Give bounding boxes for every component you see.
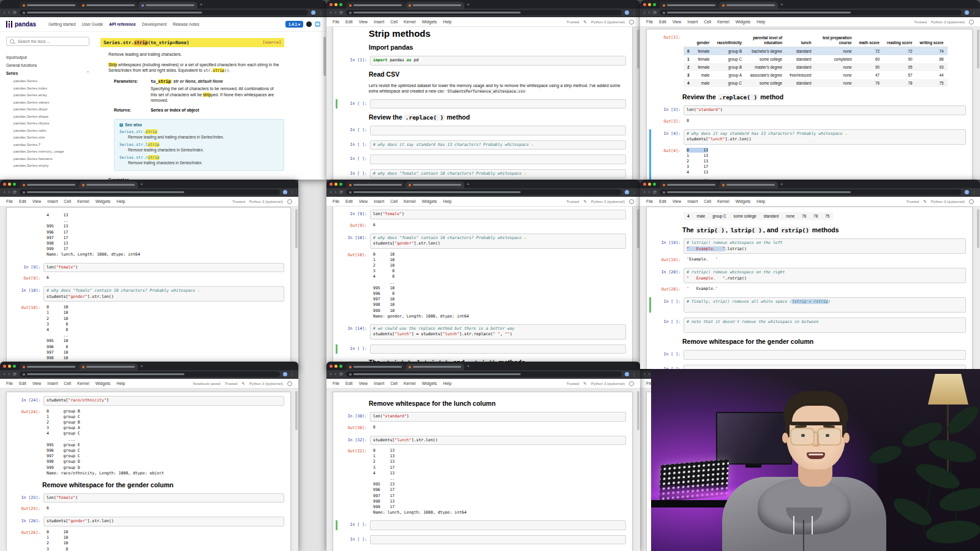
profile-avatar[interactable]	[625, 372, 629, 376]
code-input[interactable]: # why does it say standard has 13 charac…	[370, 140, 626, 150]
reload-button[interactable]: ⟳	[339, 9, 343, 17]
scrollbar[interactable]	[323, 37, 326, 76]
menu-help[interactable]: Help	[116, 199, 125, 203]
code-input[interactable]	[370, 99, 626, 109]
forward-button[interactable]: ›	[649, 188, 650, 196]
back-button[interactable]: ‹	[4, 370, 6, 378]
browser-tab[interactable]	[20, 2, 78, 9]
address-bar[interactable]	[660, 10, 962, 15]
browser-tab-active[interactable]	[719, 2, 778, 9]
menu-cell[interactable]: Cell	[704, 199, 711, 203]
browser-menu-icon[interactable]: ⋮	[972, 10, 976, 15]
menu-widgets[interactable]: Widgets	[96, 381, 111, 386]
menu-view[interactable]: View	[32, 199, 42, 203]
forward-button[interactable]: ›	[335, 9, 337, 17]
scrollbar[interactable]	[637, 29, 639, 69]
new-tab-button[interactable]: +	[200, 1, 203, 8]
code-input[interactable]: # why does "female" contain 10 character…	[370, 169, 626, 179]
code-input[interactable]: # lstrip() remove whitespace on the left…	[684, 238, 966, 254]
browser-tab-active[interactable]	[405, 363, 464, 370]
browser-menu-icon[interactable]: ⋮	[972, 190, 976, 194]
close-button[interactable]	[643, 3, 646, 6]
docs-search[interactable]	[6, 37, 89, 46]
menu-file[interactable]: File	[333, 199, 339, 203]
forward-button[interactable]: ›	[649, 370, 650, 378]
menu-cell[interactable]: Cell	[64, 199, 71, 203]
code-input[interactable]: students["lunch"].str.len()	[370, 436, 626, 446]
code-input[interactable]: # why does "female" contain 10 character…	[370, 234, 626, 249]
code-input[interactable]	[370, 126, 626, 135]
menu-widgets[interactable]: Widgets	[422, 381, 437, 386]
notebook-cell[interactable]: Review the .replace( ) method	[649, 93, 967, 101]
sidebar-item[interactable]: General functions	[6, 61, 89, 69]
address-bar[interactable]	[20, 189, 280, 195]
nav-getting-started[interactable]: Getting started	[48, 22, 76, 26]
browser-menu-icon[interactable]: ⋮	[632, 190, 636, 194]
close-button[interactable]	[3, 3, 6, 6]
notebook-cell[interactable]: In [20]:# rstrip() remove whitespace on …	[649, 268, 967, 292]
sidebar-item[interactable]: pandas.Series.empty	[13, 162, 89, 169]
see-also-link[interactable]: Series.str.lstrip	[119, 142, 279, 147]
zoom-button[interactable]	[653, 3, 656, 6]
notebook-cell[interactable]: 4 13 ..995 13996 17997 17998 13999 17Nam…	[9, 211, 285, 258]
browser-menu-icon[interactable]: ⋮	[290, 190, 295, 194]
forward-button[interactable]: ›	[9, 188, 10, 196]
browser-tab[interactable]	[20, 363, 78, 370]
notebook-cell[interactable]: Import pandas	[336, 44, 627, 51]
reload-button[interactable]: ⟳	[653, 9, 657, 17]
sidebar-item[interactable]: pandas.Series.hasnans	[13, 155, 89, 162]
browser-tab-active[interactable]	[79, 363, 138, 370]
reload-button[interactable]: ⟳	[339, 188, 343, 196]
close-button[interactable]	[330, 365, 333, 368]
notebook-cell[interactable]: Let's revisit the optimized dataset for …	[336, 83, 627, 94]
code-input[interactable]: import pandas as pd	[370, 56, 626, 66]
profile-avatar[interactable]	[283, 372, 287, 376]
profile-avatar[interactable]	[625, 10, 629, 15]
browser-tab-active[interactable]	[405, 181, 464, 188]
search-input[interactable]	[17, 39, 74, 44]
minimize-button[interactable]	[8, 183, 11, 186]
notebook-cell[interactable]: In [ ]:	[336, 126, 627, 135]
browser-tab-active[interactable]	[79, 181, 138, 188]
zoom-button[interactable]	[13, 365, 16, 368]
notebook-cell[interactable]: In [ ]:# finally, strip() removes all wh…	[649, 297, 967, 313]
notebook-cell[interactable]: In [3]:len("standard")Out[3]:8	[649, 105, 967, 124]
notebook-cell[interactable]: In [ ]:# note that it doesn't remove the…	[649, 317, 967, 333]
notebook-cell[interactable]: In [26]:students["gender"].str.len()Out[…	[9, 517, 285, 551]
close-button[interactable]	[3, 183, 6, 186]
zoom-button[interactable]	[339, 3, 342, 6]
new-tab-button[interactable]: +	[467, 181, 470, 188]
menu-view[interactable]: View	[673, 20, 682, 24]
scrollbar[interactable]	[637, 209, 639, 248]
new-tab-button[interactable]: +	[140, 363, 143, 370]
new-tab-button[interactable]: +	[467, 1, 470, 8]
address-bar[interactable]	[20, 10, 308, 15]
sidebar-item[interactable]: pandas.Series	[13, 77, 89, 85]
back-button[interactable]: ‹	[644, 9, 646, 17]
code-input[interactable]	[684, 350, 966, 360]
reload-button[interactable]: ⟳	[13, 9, 17, 17]
menu-help[interactable]: Help	[443, 199, 451, 203]
menu-insert[interactable]: Insert	[47, 381, 58, 386]
code-input[interactable]: students["gender"].str.len()	[43, 517, 284, 526]
minimize-button[interactable]	[648, 3, 651, 6]
menu-insert[interactable]: Insert	[374, 381, 384, 386]
notebook-cell[interactable]: In [30]:len("standard")Out[30]:8	[336, 412, 627, 431]
code-input[interactable]	[370, 344, 626, 354]
browser-menu-icon[interactable]: ⋮	[318, 10, 323, 15]
code-input[interactable]: # rstrip() remove whitespace on the righ…	[684, 268, 966, 283]
menu-view[interactable]: View	[32, 381, 42, 386]
code-input[interactable]	[370, 520, 626, 530]
forward-button[interactable]: ›	[649, 9, 650, 17]
notebook-cell[interactable]: In [9]:len("female")Out[9]:6	[9, 263, 285, 282]
notebook-cell[interactable]: In [ ]:	[336, 344, 627, 354]
see-also-link[interactable]: Series.str.rstrip	[119, 155, 279, 160]
menu-cell[interactable]: Cell	[64, 381, 71, 386]
notebook-cell[interactable]: Review the .replace( ) method	[336, 113, 627, 121]
menu-insert[interactable]: Insert	[687, 20, 698, 24]
new-tab-button[interactable]: +	[780, 1, 783, 8]
menu-view[interactable]: View	[359, 199, 368, 203]
menu-edit[interactable]: Edit	[345, 381, 353, 386]
minimize-button[interactable]	[8, 3, 11, 6]
menu-kernel[interactable]: Kernel	[404, 20, 416, 24]
